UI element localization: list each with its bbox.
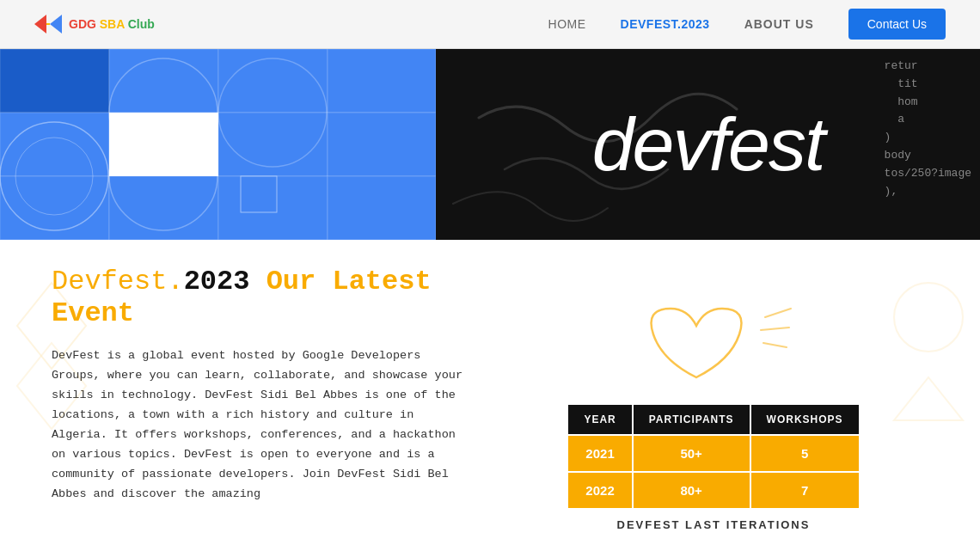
svg-marker-25 (894, 377, 963, 420)
navbar: GDG SBA Club HOME DEVFEST.2023 ABOUT US … (0, 0, 980, 49)
logo[interactable]: GDG SBA Club (34, 15, 155, 34)
left-column: Devfest.2023 Our Latest Event DevFest is… (52, 266, 464, 532)
hero-right-panel: devfest retur tit hom a ) body tos/250?i… (436, 49, 980, 240)
nav-devfest[interactable]: DEVFEST.2023 (621, 17, 710, 31)
svg-line-28 (763, 343, 787, 347)
col-year: YEAR (567, 404, 632, 435)
nav-home[interactable]: HOME (548, 17, 586, 31)
svg-rect-11 (328, 113, 436, 176)
nav-links: HOME DEVFEST.2023 ABOUT US (548, 17, 814, 31)
logo-svg (34, 15, 62, 34)
svg-rect-16 (241, 176, 277, 212)
section-title: Devfest.2023 Our Latest Event (52, 266, 464, 329)
svg-rect-4 (0, 49, 109, 113)
cell-workshops-2021: 5 (750, 435, 860, 472)
svg-point-24 (894, 283, 963, 352)
logo-icon (34, 15, 62, 34)
svg-marker-1 (50, 15, 62, 34)
description-text: DevFest is a global event hosted by Goog… (52, 346, 464, 505)
sketch-decoration (628, 283, 799, 386)
bg-decor-right (885, 274, 971, 450)
table-caption: DEVFEST LAST ITERATIONS (617, 518, 811, 531)
contact-button[interactable]: Contact Us (848, 9, 946, 40)
svg-line-26 (765, 309, 791, 317)
hero-left-panel (0, 49, 436, 240)
svg-marker-22 (17, 283, 86, 369)
svg-marker-23 (17, 343, 86, 429)
col-participants: PARTICIPANTS (633, 404, 750, 435)
table-header-row: YEAR PARTICIPANTS WORKSHOPS (567, 404, 859, 435)
col-workshops: WORKSHOPS (750, 404, 860, 435)
svg-rect-7 (328, 49, 436, 113)
logo-sba: SBA (96, 17, 125, 31)
cell-workshops-2022: 7 (750, 472, 860, 509)
hero-left-svg (0, 49, 436, 240)
table-row: 2021 50+ 5 (567, 435, 859, 472)
title-year: 2023 (184, 266, 250, 297)
right-column: YEAR PARTICIPANTS WORKSHOPS 2021 50+ 5 2… (499, 266, 928, 532)
svg-rect-15 (328, 176, 436, 240)
hero-banner: devfest retur tit hom a ) body tos/250?i… (0, 49, 980, 240)
logo-gdg: GDG (69, 17, 96, 31)
nav-about[interactable]: ABOUT US (744, 17, 814, 31)
stats-table: YEAR PARTICIPANTS WORKSHOPS 2021 50+ 5 2… (567, 403, 860, 510)
table-body: 2021 50+ 5 2022 80+ 7 (567, 435, 859, 509)
cell-year-2022: 2022 (567, 472, 632, 509)
devfest-title: devfest (592, 101, 824, 188)
table-row: 2022 80+ 7 (567, 472, 859, 509)
logo-text: GDG SBA Club (69, 17, 155, 31)
logo-club: Club (125, 17, 155, 31)
svg-marker-0 (34, 15, 46, 34)
svg-line-27 (761, 327, 789, 330)
main-content: Devfest.2023 Our Latest Event DevFest is… (0, 240, 980, 557)
cell-year-2021: 2021 (567, 435, 632, 472)
cell-participants-2022: 80+ (633, 472, 750, 509)
cell-participants-2021: 50+ (633, 435, 750, 472)
bg-decor-left (9, 274, 95, 450)
